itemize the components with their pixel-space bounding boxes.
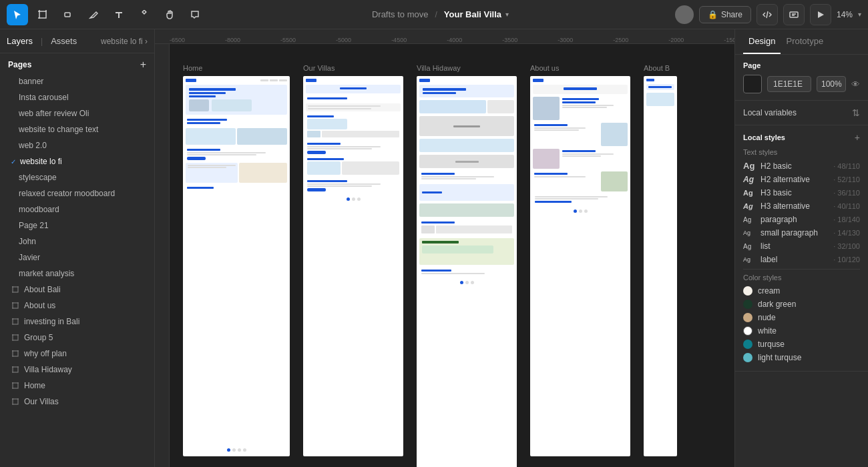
- page-frame-icon: [11, 349, 20, 358]
- page-item-web-2[interactable]: web 2.0: [3, 137, 152, 153]
- text-style-preview: Ag: [743, 243, 756, 250]
- canvas-area[interactable]: -6500-8000-5500-5000-4500-4000-3500-3000…: [155, 29, 734, 467]
- add-page-button[interactable]: +: [140, 59, 146, 71]
- text-style-list[interactable]: Ag list · 32/100: [743, 240, 860, 253]
- page-item-about-bali[interactable]: About Bali: [3, 282, 152, 298]
- color-style-white[interactable]: white: [743, 324, 860, 338]
- comment-tool[interactable]: [184, 4, 206, 25]
- frame-label-1: Our Villas: [303, 64, 335, 72]
- text-style-name: list: [761, 242, 829, 251]
- page-item-javier[interactable]: Javier: [3, 250, 152, 266]
- color-style-dark-green[interactable]: dark green: [743, 298, 860, 311]
- shape-tool[interactable]: [57, 4, 79, 25]
- page-item-stylescape[interactable]: stylescape: [3, 169, 152, 185]
- text-style-h3-alternative[interactable]: Ag H3 alternative · 40/110: [743, 199, 860, 213]
- tab-design[interactable]: Design: [743, 29, 781, 54]
- select-tool[interactable]: [7, 4, 28, 25]
- color-style-turquse[interactable]: turquse: [743, 338, 860, 351]
- page-item-john[interactable]: John: [3, 234, 152, 250]
- text-tool[interactable]: [108, 4, 130, 25]
- page-label: why off plan: [24, 349, 67, 358]
- page-item-insta-carousel[interactable]: Insta carousel: [3, 89, 152, 105]
- pages-label: Pages: [8, 60, 31, 69]
- code-view-button[interactable]: [756, 4, 778, 25]
- page-check-icon: ✓: [11, 158, 16, 165]
- frame-container-3: About us: [530, 64, 630, 456]
- page-item-web-after-review[interactable]: web after review Oli: [3, 105, 152, 121]
- text-style-preview: Ag: [743, 175, 756, 184]
- page-item-investing-in-bali[interactable]: investing in Bali: [3, 314, 152, 330]
- text-style-label[interactable]: Ag label · 10/120: [743, 253, 860, 266]
- canvas-content: Home: [170, 44, 734, 467]
- breadcrumb-file: Your Bali Villa: [444, 9, 501, 19]
- ruler-mark: -8000: [225, 37, 240, 43]
- page-color-swatch[interactable]: [743, 75, 762, 93]
- page-item-why-off-plan[interactable]: why off plan: [3, 346, 152, 362]
- canvas-frame-0[interactable]: [183, 76, 290, 456]
- page-label: Villa Hidaway: [24, 365, 72, 374]
- tab-assets[interactable]: Assets: [51, 35, 77, 47]
- color-styles-subheader: Color styles: [743, 274, 860, 282]
- page-item-home[interactable]: Home: [3, 378, 152, 394]
- color-style-light-turquse[interactable]: light turquse: [743, 351, 860, 364]
- ruler-mark: -3000: [558, 37, 573, 43]
- canvas-frame-2[interactable]: [417, 76, 517, 467]
- page-color-value[interactable]: 1E1E1E: [767, 76, 811, 92]
- frame-tool[interactable]: [32, 4, 53, 25]
- zoom-level: 14%: [837, 10, 853, 19]
- page-item-our-villas[interactable]: Our Villas: [3, 394, 152, 410]
- breadcrumb-separator: /: [435, 10, 437, 19]
- component-tool[interactable]: [134, 4, 155, 25]
- page-item-banner[interactable]: banner: [3, 73, 152, 89]
- page-frame-icon: [11, 317, 20, 326]
- svg-rect-35: [13, 367, 18, 372]
- text-style-count: · 10/120: [833, 256, 860, 264]
- color-style-swatch: [743, 340, 752, 349]
- page-item-about-us[interactable]: About us: [3, 298, 152, 314]
- text-style-paragraph[interactable]: Ag paragraph · 18/140: [743, 213, 860, 226]
- page-item-website-change-text[interactable]: website to change text: [3, 121, 152, 137]
- canvas-frame-4[interactable]: [644, 76, 677, 456]
- text-style-h2-alternative[interactable]: Ag H2 alternative · 52/110: [743, 173, 860, 186]
- page-item-market-analysis[interactable]: market analysis: [3, 266, 152, 282]
- page-item-page-21[interactable]: Page 21: [3, 217, 152, 234]
- page-item-moodboard[interactable]: moodboard: [3, 201, 152, 217]
- local-variables-icon[interactable]: ⇅: [852, 107, 860, 118]
- page-item-relaxed-creator[interactable]: relaxed creator moodboard: [3, 185, 152, 201]
- color-style-nude[interactable]: nude: [743, 311, 860, 324]
- text-style-preview: Ag: [743, 161, 756, 171]
- tab-layers[interactable]: Layers: [7, 35, 33, 47]
- zoom-dropdown-icon[interactable]: ▾: [858, 11, 861, 18]
- text-style-h2-basic[interactable]: Ag H2 basic · 48/110: [743, 159, 860, 173]
- library-button[interactable]: [783, 4, 805, 25]
- breadcrumb-dropdown-icon[interactable]: ▾: [505, 11, 509, 18]
- canvas-frame-1[interactable]: [303, 76, 403, 456]
- lock-icon: 🔒: [708, 10, 718, 19]
- pen-tool[interactable]: [83, 4, 104, 25]
- page-item-website-lo-fi[interactable]: ✓website lo fi: [3, 153, 152, 169]
- left-sidebar: Layers | Assets website lo fi › Pages + …: [0, 29, 155, 467]
- page-item-group-5[interactable]: Group 5: [3, 330, 152, 346]
- ruler-mark: -5500: [280, 37, 296, 43]
- file-name-label[interactable]: website lo fi ›: [101, 37, 148, 46]
- add-style-button[interactable]: +: [855, 132, 860, 143]
- text-style-h3-basic[interactable]: Ag H3 basic · 36/110: [743, 186, 860, 199]
- canvas-frame-3[interactable]: [530, 76, 630, 456]
- page-frame-icon: [11, 381, 20, 390]
- page-list: bannerInsta carouselweb after review Oli…: [0, 73, 154, 467]
- user-avatar: [675, 5, 694, 24]
- visibility-icon[interactable]: 👁: [851, 79, 860, 89]
- play-button[interactable]: [810, 4, 831, 25]
- ruler-mark: -3500: [502, 37, 517, 43]
- page-label: About us: [24, 301, 55, 310]
- color-style-cream[interactable]: cream: [743, 284, 860, 298]
- tab-prototype[interactable]: Prototype: [781, 29, 829, 54]
- right-sidebar: Design Prototype Page 1E1E1E 100% 👁 Loca…: [734, 29, 868, 467]
- page-item-villa-hidaway[interactable]: Villa Hidaway: [3, 362, 152, 378]
- page-label: market analysis: [19, 269, 74, 278]
- local-variables-section: Local variables ⇅: [735, 101, 868, 125]
- text-style-small-paragraph[interactable]: Ag small paragraph · 14/130: [743, 226, 860, 240]
- page-opacity-value[interactable]: 100%: [817, 76, 846, 92]
- share-button[interactable]: 🔒 Share: [699, 6, 751, 23]
- hand-tool[interactable]: [159, 4, 180, 25]
